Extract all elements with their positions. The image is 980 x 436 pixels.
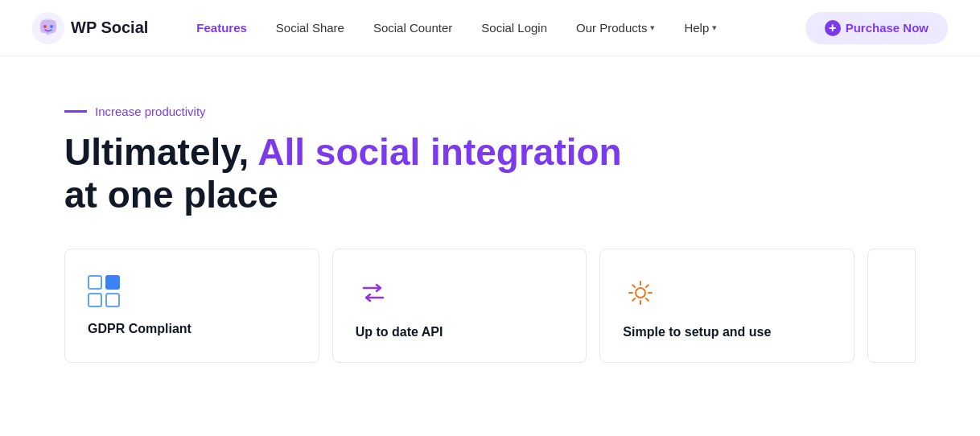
nav-links: Features Social Share Social Counter Soc… <box>196 21 805 35</box>
hero-tag-text: Increase productivity <box>95 105 206 118</box>
gdpr-icon <box>88 275 120 307</box>
nav-link-social-login[interactable]: Social Login <box>481 21 547 35</box>
hero-tag-line <box>64 110 87 113</box>
logo-text: WP Social <box>71 19 148 37</box>
hero-section: Increase productivity Ultimately, All so… <box>0 56 980 363</box>
api-card: Up to date API <box>332 249 587 363</box>
nav-link-social-counter[interactable]: Social Counter <box>373 21 452 35</box>
svg-point-2 <box>43 25 47 28</box>
plus-icon: + <box>825 20 841 36</box>
hero-title-highlight: All social integration <box>257 131 621 173</box>
setup-card: Simple to setup and use <box>599 249 854 363</box>
hero-tag: Increase productivity <box>64 105 916 118</box>
nav-link-features[interactable]: Features <box>196 21 247 35</box>
hero-title-part1: Ultimately, <box>64 131 257 173</box>
cards-row: GDPR Compliant Up to date API <box>0 249 980 363</box>
svg-point-3 <box>50 25 53 28</box>
nav-link-our-products[interactable]: Our Products ▾ <box>576 21 655 35</box>
hero-title-part2: at one place <box>64 174 278 216</box>
logo-area[interactable]: WP Social <box>32 12 148 44</box>
purchase-now-button[interactable]: + Purchase Now <box>805 12 948 44</box>
chevron-down-icon: ▾ <box>650 23 655 33</box>
setup-card-label: Simple to setup and use <box>623 325 831 339</box>
gear-icon <box>623 275 658 311</box>
chevron-down-icon: ▾ <box>712 23 717 33</box>
navbar: WP Social Features Social Share Social C… <box>0 0 980 56</box>
gdpr-card-label: GDPR Compliant <box>88 322 296 336</box>
nav-link-help[interactable]: Help ▾ <box>684 21 717 35</box>
gdpr-card: GDPR Compliant <box>64 249 319 363</box>
hero-title: Ultimately, All social integration at on… <box>64 131 628 216</box>
api-icon <box>356 275 391 311</box>
partial-card <box>867 249 916 363</box>
api-card-label: Up to date API <box>356 325 564 339</box>
logo-icon <box>32 12 64 44</box>
nav-link-social-share[interactable]: Social Share <box>276 21 344 35</box>
